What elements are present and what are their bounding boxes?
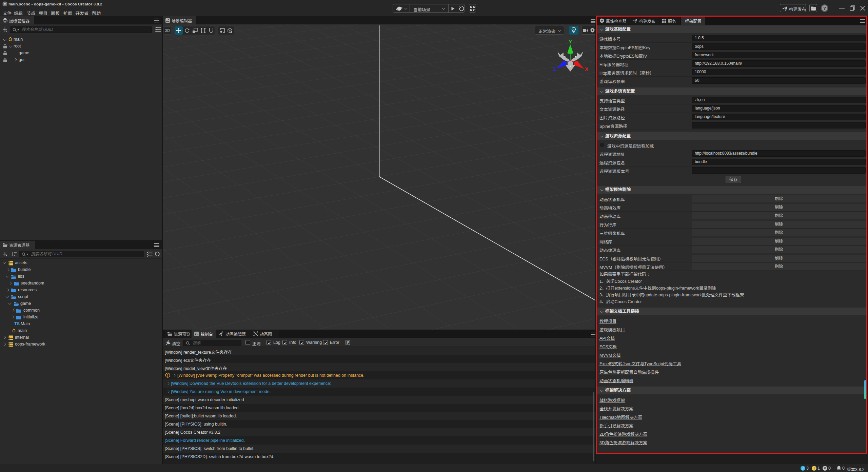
svg-text:?: ? — [823, 6, 826, 11]
svg-text:i: i — [803, 467, 804, 470]
svg-text:X: X — [585, 66, 588, 72]
svg-text:Y: Y — [569, 39, 572, 44]
svg-text:Z: Z — [553, 66, 556, 72]
